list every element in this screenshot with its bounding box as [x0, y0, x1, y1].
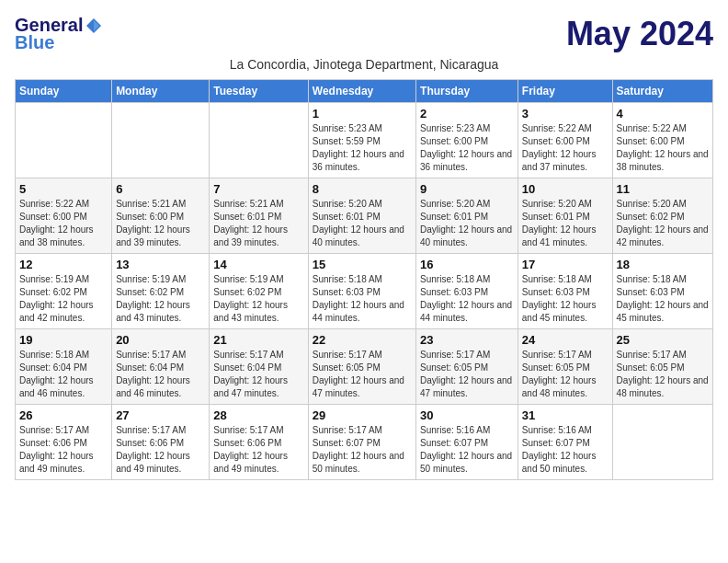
calendar-header-row: SundayMondayTuesdayWednesdayThursdayFrid… [16, 80, 713, 103]
calendar-cell: 24Sunrise: 5:17 AMSunset: 6:05 PMDayligh… [518, 329, 612, 405]
calendar-cell: 9Sunrise: 5:20 AMSunset: 6:01 PMDaylight… [416, 178, 518, 254]
calendar-cell: 4Sunrise: 5:22 AMSunset: 6:00 PMDaylight… [612, 103, 712, 178]
location-subtitle: La Concordia, Jinotega Department, Nicar… [15, 57, 713, 72]
day-number: 28 [213, 408, 303, 422]
day-number: 3 [522, 107, 609, 121]
calendar-week-row: 19Sunrise: 5:18 AMSunset: 6:04 PMDayligh… [16, 329, 713, 405]
day-info: Sunrise: 5:18 AMSunset: 6:03 PMDaylight:… [617, 273, 709, 325]
month-title: May 2024 [566, 15, 713, 53]
day-info: Sunrise: 5:17 AMSunset: 6:07 PMDaylight:… [313, 424, 412, 476]
day-info: Sunrise: 5:22 AMSunset: 6:00 PMDaylight:… [19, 198, 108, 249]
calendar-cell: 12Sunrise: 5:19 AMSunset: 6:02 PMDayligh… [16, 254, 112, 329]
day-number: 18 [617, 258, 709, 271]
calendar-cell: 1Sunrise: 5:23 AMSunset: 5:59 PMDaylight… [308, 103, 415, 178]
calendar-cell: 28Sunrise: 5:17 AMSunset: 6:06 PMDayligh… [210, 405, 308, 480]
calendar-cell [112, 103, 210, 178]
calendar-cell [16, 103, 112, 178]
calendar-cell: 27Sunrise: 5:17 AMSunset: 6:06 PMDayligh… [112, 405, 210, 480]
calendar-cell: 16Sunrise: 5:18 AMSunset: 6:03 PMDayligh… [416, 254, 518, 329]
day-info: Sunrise: 5:19 AMSunset: 6:02 PMDaylight:… [213, 273, 303, 325]
day-number: 26 [19, 408, 108, 422]
calendar-cell: 17Sunrise: 5:18 AMSunset: 6:03 PMDayligh… [518, 254, 612, 329]
calendar-cell: 7Sunrise: 5:21 AMSunset: 6:01 PMDaylight… [210, 178, 308, 254]
calendar-cell: 31Sunrise: 5:16 AMSunset: 6:07 PMDayligh… [518, 405, 612, 480]
calendar-cell: 15Sunrise: 5:18 AMSunset: 6:03 PMDayligh… [308, 254, 415, 329]
day-number: 23 [420, 333, 514, 347]
day-info: Sunrise: 5:17 AMSunset: 6:05 PMDaylight:… [617, 349, 709, 400]
calendar-cell: 2Sunrise: 5:23 AMSunset: 6:00 PMDaylight… [416, 103, 518, 178]
weekday-header-friday: Friday [518, 80, 612, 103]
calendar-table: SundayMondayTuesdayWednesdayThursdayFrid… [15, 79, 713, 480]
calendar-cell [210, 103, 308, 178]
day-info: Sunrise: 5:18 AMSunset: 6:03 PMDaylight:… [313, 273, 412, 325]
day-number: 12 [19, 258, 108, 271]
weekday-header-tuesday: Tuesday [210, 80, 308, 103]
calendar-cell: 19Sunrise: 5:18 AMSunset: 6:04 PMDayligh… [16, 329, 112, 405]
calendar-week-row: 1Sunrise: 5:23 AMSunset: 5:59 PMDaylight… [16, 103, 713, 178]
calendar-cell: 14Sunrise: 5:19 AMSunset: 6:02 PMDayligh… [210, 254, 308, 329]
day-info: Sunrise: 5:20 AMSunset: 6:01 PMDaylight:… [420, 198, 514, 249]
title-area: May 2024 [566, 15, 713, 53]
day-number: 4 [617, 107, 709, 121]
calendar-week-row: 5Sunrise: 5:22 AMSunset: 6:00 PMDaylight… [16, 178, 713, 254]
day-info: Sunrise: 5:18 AMSunset: 6:03 PMDaylight:… [420, 273, 514, 325]
day-info: Sunrise: 5:17 AMSunset: 6:06 PMDaylight:… [19, 424, 108, 476]
weekday-header-thursday: Thursday [416, 80, 518, 103]
day-number: 24 [522, 333, 609, 347]
day-number: 8 [313, 182, 412, 196]
day-number: 14 [213, 258, 303, 271]
calendar-cell: 25Sunrise: 5:17 AMSunset: 6:05 PMDayligh… [612, 329, 712, 405]
day-info: Sunrise: 5:16 AMSunset: 6:07 PMDaylight:… [522, 424, 609, 476]
day-info: Sunrise: 5:21 AMSunset: 6:00 PMDaylight:… [116, 198, 205, 249]
calendar-cell: 22Sunrise: 5:17 AMSunset: 6:05 PMDayligh… [308, 329, 415, 405]
day-number: 1 [313, 107, 412, 121]
day-info: Sunrise: 5:22 AMSunset: 6:00 PMDaylight:… [522, 122, 609, 174]
day-info: Sunrise: 5:23 AMSunset: 5:59 PMDaylight:… [313, 122, 412, 174]
calendar-cell: 23Sunrise: 5:17 AMSunset: 6:05 PMDayligh… [416, 329, 518, 405]
weekday-header-monday: Monday [112, 80, 210, 103]
calendar-cell: 20Sunrise: 5:17 AMSunset: 6:04 PMDayligh… [112, 329, 210, 405]
day-number: 20 [116, 333, 205, 347]
day-number: 21 [213, 333, 303, 347]
day-number: 25 [617, 333, 709, 347]
calendar-week-row: 26Sunrise: 5:17 AMSunset: 6:06 PMDayligh… [16, 405, 713, 480]
calendar-cell: 26Sunrise: 5:17 AMSunset: 6:06 PMDayligh… [16, 405, 112, 480]
day-info: Sunrise: 5:20 AMSunset: 6:02 PMDaylight:… [617, 198, 709, 249]
day-info: Sunrise: 5:23 AMSunset: 6:00 PMDaylight:… [420, 122, 514, 174]
day-number: 6 [116, 182, 205, 196]
day-number: 7 [213, 182, 303, 196]
day-info: Sunrise: 5:21 AMSunset: 6:01 PMDaylight:… [213, 198, 303, 249]
day-number: 22 [313, 333, 412, 347]
weekday-header-wednesday: Wednesday [308, 80, 415, 103]
calendar-cell: 30Sunrise: 5:16 AMSunset: 6:07 PMDayligh… [416, 405, 518, 480]
calendar-cell: 6Sunrise: 5:21 AMSunset: 6:00 PMDaylight… [112, 178, 210, 254]
calendar-cell: 10Sunrise: 5:20 AMSunset: 6:01 PMDayligh… [518, 178, 612, 254]
calendar-cell: 8Sunrise: 5:20 AMSunset: 6:01 PMDaylight… [308, 178, 415, 254]
day-info: Sunrise: 5:17 AMSunset: 6:04 PMDaylight:… [116, 349, 205, 400]
day-info: Sunrise: 5:18 AMSunset: 6:04 PMDaylight:… [19, 349, 108, 400]
day-info: Sunrise: 5:17 AMSunset: 6:06 PMDaylight:… [116, 424, 205, 476]
calendar-cell [612, 405, 712, 480]
day-number: 30 [420, 408, 514, 422]
calendar-cell: 29Sunrise: 5:17 AMSunset: 6:07 PMDayligh… [308, 405, 415, 480]
calendar-cell: 13Sunrise: 5:19 AMSunset: 6:02 PMDayligh… [112, 254, 210, 329]
day-number: 17 [522, 258, 609, 271]
day-number: 5 [19, 182, 108, 196]
day-number: 27 [116, 408, 205, 422]
logo-icon [85, 17, 103, 35]
day-number: 29 [313, 408, 412, 422]
day-info: Sunrise: 5:17 AMSunset: 6:05 PMDaylight:… [522, 349, 609, 400]
day-number: 13 [116, 258, 205, 271]
day-info: Sunrise: 5:20 AMSunset: 6:01 PMDaylight:… [313, 198, 412, 249]
day-info: Sunrise: 5:16 AMSunset: 6:07 PMDaylight:… [420, 424, 514, 476]
day-info: Sunrise: 5:17 AMSunset: 6:05 PMDaylight:… [313, 349, 412, 400]
calendar-cell: 18Sunrise: 5:18 AMSunset: 6:03 PMDayligh… [612, 254, 712, 329]
day-number: 10 [522, 182, 609, 196]
day-info: Sunrise: 5:22 AMSunset: 6:00 PMDaylight:… [617, 122, 709, 174]
day-number: 15 [313, 258, 412, 271]
day-info: Sunrise: 5:17 AMSunset: 6:06 PMDaylight:… [213, 424, 303, 476]
page-header: General Blue May 2024 [15, 15, 713, 53]
day-info: Sunrise: 5:18 AMSunset: 6:03 PMDaylight:… [522, 273, 609, 325]
weekday-header-saturday: Saturday [612, 80, 712, 103]
logo: General Blue [15, 15, 103, 53]
